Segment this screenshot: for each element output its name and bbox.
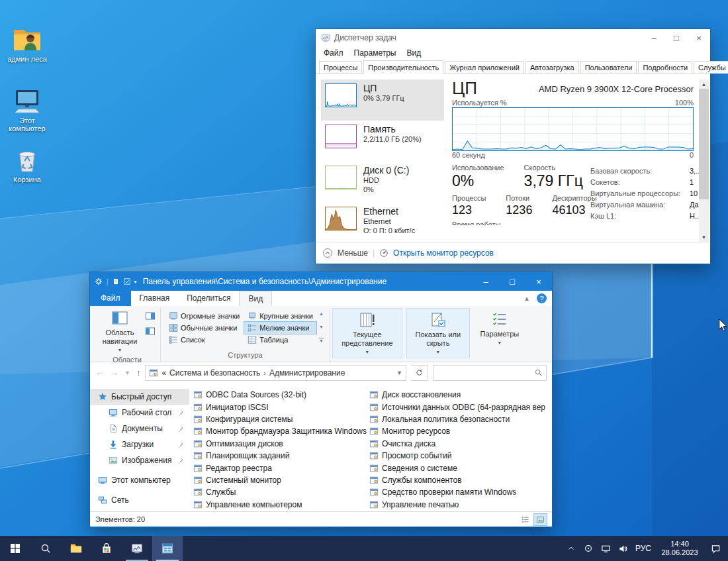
file-item[interactable]: Планировщик заданий [193, 450, 369, 462]
nav-item[interactable]: Изображения [90, 452, 189, 468]
taskmgr-menu-item-0[interactable]: Файл [318, 48, 349, 58]
file-item[interactable]: Управление компьютером [193, 499, 369, 511]
file-item[interactable]: Сведения о системе [369, 462, 545, 474]
close-button[interactable]: × [688, 29, 710, 46]
file-item[interactable]: Диск восстановления [369, 389, 545, 401]
scroll-thumb[interactable] [699, 89, 709, 199]
file-item[interactable]: Локальная политика безопасности [369, 413, 545, 425]
taskmgr-tab[interactable]: Службы [694, 61, 728, 74]
ribbon-minimize-icon[interactable]: ▲ [523, 295, 530, 302]
breadcrumb-system-security[interactable]: Система и безопасность [169, 368, 260, 378]
collapse-circle-icon[interactable] [322, 248, 333, 258]
file-item[interactable]: Монитор ресурсов [369, 425, 545, 437]
less-details-button[interactable]: Меньше [338, 248, 368, 258]
maximize-button[interactable]: □ [665, 29, 688, 46]
taskmgr-tab[interactable]: Журнал приложений [445, 61, 524, 74]
file-item[interactable]: Просмотр событий [369, 450, 545, 462]
nav-item[interactable]: Рабочий стол [90, 405, 189, 421]
taskbar-control-panel-icon[interactable] [152, 536, 183, 561]
taskmgr-menu-item-1[interactable]: Параметры [349, 48, 402, 58]
minimize-button[interactable]: – [643, 29, 665, 46]
taskmgr-tab[interactable]: Процессы [319, 61, 362, 74]
file-item[interactable]: Управление печатью [369, 499, 545, 511]
options-button[interactable]: Параметры ▾ [477, 308, 523, 347]
layout-option[interactable]: Крупные значки [244, 310, 316, 322]
refresh-button[interactable] [411, 365, 428, 381]
up-icon[interactable]: ↑ [136, 368, 141, 378]
preview-pane-icon[interactable] [145, 311, 156, 321]
nav-item[interactable]: Сеть [90, 492, 189, 508]
qat-customize-caret-icon[interactable]: ▾ [134, 279, 137, 285]
layout-option[interactable]: Обычные значки [165, 322, 243, 334]
taskmgr-tab[interactable]: Автозагрузка [525, 61, 579, 74]
file-item[interactable]: Системный монитор [193, 474, 369, 486]
explorer-titlebar[interactable]: | ▾ Панель управления\Система и безопасн… [90, 272, 552, 291]
search-box[interactable] [433, 365, 547, 381]
perf-sidebar-item[interactable]: ЦП0% 3,79 ГГц [321, 79, 444, 121]
qat-new-folder-icon[interactable] [123, 278, 131, 285]
forward-icon[interactable]: → [110, 368, 118, 378]
taskbar-file-explorer-icon[interactable] [61, 536, 91, 561]
task-manager-titlebar[interactable]: Диспетчер задач – □ × [316, 29, 710, 46]
details-view-toggle-icon[interactable] [519, 514, 531, 525]
scrollbar[interactable]: ▲ ▼ [699, 79, 709, 242]
address-bar[interactable]: « Система и безопасность › Администриров… [145, 365, 406, 381]
nav-item[interactable]: Быстрый доступ [90, 389, 189, 405]
cpu-usage-graph[interactable] [452, 107, 694, 151]
file-item[interactable]: Конфигурация системы [193, 413, 369, 425]
ribbon-tab-item[interactable]: Главная [131, 291, 179, 306]
minimize-button[interactable]: – [473, 272, 499, 291]
network-tray-icon[interactable] [597, 536, 614, 561]
layout-more-icon[interactable]: ▼ [319, 338, 324, 343]
volume-tray-icon[interactable] [614, 536, 631, 561]
taskmgr-tab[interactable]: Пользователи [580, 61, 637, 74]
taskmgr-tab[interactable]: Подробности [638, 61, 692, 74]
file-item[interactable]: Оптимизация дисков [193, 438, 369, 450]
perf-sidebar-item[interactable]: Память2,2/11,0 ГБ (20%) [321, 121, 444, 162]
desktop-icon-recycle-bin[interactable]: Корзина [1, 147, 53, 183]
nav-item[interactable]: Документы [90, 421, 189, 436]
layout-scroll-up-icon[interactable]: ▲ [319, 311, 324, 316]
back-icon[interactable]: ← [95, 368, 104, 378]
details-pane-icon[interactable] [145, 326, 156, 336]
breadcrumb-administration[interactable]: Администрирование [269, 368, 345, 378]
file-item[interactable]: Службы компонентов [369, 474, 545, 486]
file-item[interactable]: Редактор реестра [193, 462, 369, 474]
history-caret-icon[interactable]: ▼ [124, 370, 130, 376]
layout-option[interactable]: Таблица [244, 334, 316, 346]
scroll-down-icon[interactable]: ▼ [702, 232, 707, 242]
action-center-icon[interactable] [704, 544, 727, 554]
address-dropdown-caret-icon[interactable]: ▼ [396, 370, 402, 376]
navigation-pane-button[interactable]: Область навигации ▾ [99, 309, 141, 354]
scroll-up-icon[interactable]: ▲ [702, 79, 707, 89]
hidden-icons-chevron-icon[interactable] [563, 536, 580, 561]
show-hide-button[interactable]: Показать или скрыть ▾ [412, 311, 464, 356]
nav-item[interactable]: Загрузки [90, 436, 189, 452]
layout-option[interactable]: Огромные значки [165, 310, 243, 322]
desktop-icon-admin-forest[interactable]: админ леса [1, 26, 53, 63]
maximize-button[interactable]: □ [499, 272, 525, 291]
file-item[interactable]: ODBC Data Sources (32-bit) [193, 389, 369, 401]
ribbon-tab-active[interactable]: Вид [239, 291, 272, 306]
perf-sidebar-item[interactable]: Диск 0 (C:)HDD0% [321, 162, 444, 203]
language-indicator[interactable]: РУС [631, 544, 655, 553]
taskmgr-tab[interactable]: Производительность [363, 60, 443, 74]
nav-item[interactable]: Этот компьютер [90, 472, 189, 488]
taskbar-store-icon[interactable] [91, 536, 122, 561]
start-button[interactable] [0, 536, 30, 561]
file-item[interactable]: Службы [193, 486, 369, 498]
layout-option[interactable]: Список [165, 334, 243, 346]
close-button[interactable]: × [525, 272, 552, 291]
icons-view-toggle-icon[interactable] [534, 514, 547, 525]
search-input[interactable] [437, 368, 534, 378]
file-item[interactable]: Инициатор iSCSI [193, 401, 369, 413]
crumb-overflow[interactable]: « [161, 368, 166, 378]
file-item[interactable]: Очистка диска [369, 438, 545, 450]
file-item[interactable]: Средство проверки памяти Windows [369, 486, 545, 498]
clock[interactable]: 14:40 28.06.2023 [655, 540, 704, 557]
tray-app-icon[interactable] [580, 536, 597, 561]
taskmgr-menu-item-2[interactable]: Вид [401, 48, 426, 58]
file-item[interactable]: Источники данных ODBC (64-разрядная вер.… [369, 401, 545, 413]
layout-option[interactable]: Мелкие значки [244, 322, 316, 334]
file-item[interactable]: Монитор брандмауэра Защитника Windows ..… [193, 425, 369, 437]
